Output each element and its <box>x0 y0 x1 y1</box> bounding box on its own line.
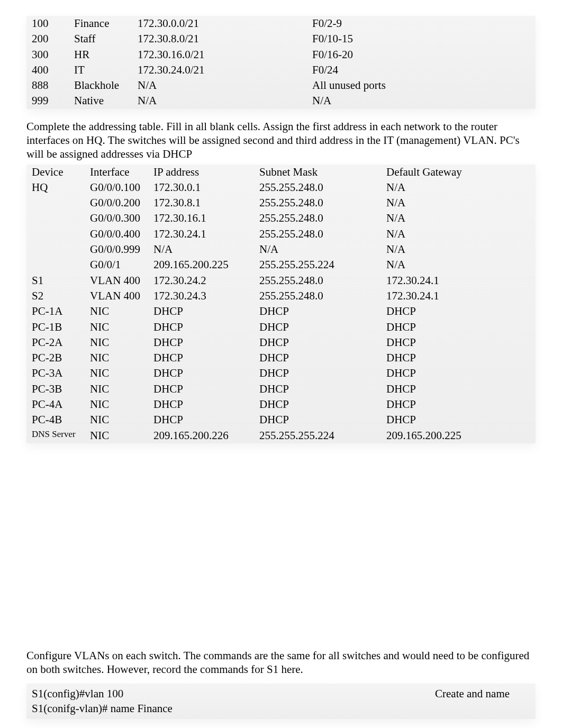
cell-device: PC-2A <box>32 335 90 350</box>
addressing-instructions: Complete the addressing table. Fill in a… <box>26 120 536 161</box>
vlan-ports: All unused ports <box>312 78 530 93</box>
cell-device: PC-1B <box>32 320 90 334</box>
vlan-name: Finance <box>74 16 138 31</box>
cell-ip: DHCP <box>153 382 259 396</box>
vlan-network: 172.30.8.0/21 <box>138 32 312 46</box>
cell-device: S2 <box>32 289 90 303</box>
cell-mask: N/A <box>259 242 386 257</box>
table-row: G0/0/0.200 172.30.8.1 255.255.248.0 N/A <box>26 195 536 211</box>
vlan-network: 172.30.24.0/21 <box>138 63 312 77</box>
cell-mask: 255.255.248.0 <box>259 196 386 210</box>
table-row: 100 Finance 172.30.0.0/21 F0/2-9 <box>26 16 536 31</box>
cell-gateway: 172.30.24.1 <box>386 274 530 288</box>
cell-ip: 172.30.24.1 <box>153 227 259 241</box>
command-row: S1(conifg-vlan)# name Finance <box>32 702 530 716</box>
cell-interface: G0/0/1 <box>90 258 153 272</box>
cell-interface: NIC <box>90 320 153 334</box>
table-row: 999 Native N/A N/A <box>26 93 536 108</box>
vlan-id: 300 <box>32 48 74 62</box>
cell-mask: DHCP <box>259 335 386 350</box>
cell-gateway: N/A <box>386 258 530 272</box>
cell-mask: DHCP <box>259 413 386 427</box>
vlan-name: Native <box>74 94 138 108</box>
cell-mask: DHCP <box>259 304 386 319</box>
cell-mask: DHCP <box>259 366 386 380</box>
vlan-network: N/A <box>138 78 312 93</box>
vlan-network: 172.30.16.0/21 <box>138 48 312 62</box>
table-row: S2 VLAN 400 172.30.24.3 255.255.248.0 17… <box>26 288 536 304</box>
cell-device: PC-3A <box>32 366 90 380</box>
cell-interface: NIC <box>90 397 153 412</box>
vlan-name: Staff <box>74 32 138 46</box>
cell-device: PC-2B <box>32 351 90 365</box>
vlan-config-instructions: Configure VLANs on each switch. The comm… <box>26 649 536 677</box>
cell-gateway: N/A <box>386 211 530 225</box>
vlan-id: 999 <box>32 94 74 108</box>
table-header-row: Device Interface IP address Subnet Mask … <box>26 165 536 180</box>
command-row: S1(config)#vlan 100 Create and name <box>32 687 530 701</box>
vlan-ports: F0/16-20 <box>312 48 530 62</box>
command-note: Create and name <box>435 687 530 701</box>
cell-mask: 255.255.248.0 <box>259 289 386 303</box>
addressing-table: Device Interface IP address Subnet Mask … <box>26 165 536 443</box>
table-row: PC-3B NIC DHCP DHCP DHCP <box>26 381 536 397</box>
cell-device: PC-3B <box>32 382 90 396</box>
vlan-ports: F0/24 <box>312 63 530 77</box>
cell-interface: G0/0/0.999 <box>90 242 153 257</box>
header-ip: IP address <box>153 165 259 179</box>
blank-space <box>26 454 536 639</box>
cell-device: S1 <box>32 274 90 288</box>
header-interface: Interface <box>90 165 153 179</box>
cell-ip: DHCP <box>153 366 259 380</box>
cell-ip: DHCP <box>153 413 259 427</box>
cell-ip: DHCP <box>153 351 259 365</box>
vlan-id: 100 <box>32 16 74 31</box>
vlan-ports: F0/2-9 <box>312 16 530 31</box>
cell-gateway: DHCP <box>386 366 530 380</box>
cell-interface: NIC <box>90 382 153 396</box>
cell-interface: G0/0/0.300 <box>90 211 153 225</box>
cell-mask: DHCP <box>259 382 386 396</box>
table-row: PC-1B NIC DHCP DHCP DHCP <box>26 320 536 335</box>
cell-ip: 172.30.16.1 <box>153 211 259 225</box>
cell-gateway: N/A <box>386 242 530 257</box>
cell-ip: 172.30.24.2 <box>153 274 259 288</box>
cell-device <box>32 242 90 257</box>
vlan-table: 100 Finance 172.30.0.0/21 F0/2-9 200 Sta… <box>26 16 536 109</box>
cell-ip: DHCP <box>153 320 259 334</box>
cell-gateway: 209.165.200.225 <box>386 429 530 443</box>
command-text: S1(config)#vlan 100 <box>32 687 435 701</box>
table-row: 400 IT 172.30.24.0/21 F0/24 <box>26 62 536 78</box>
command-block: S1(config)#vlan 100 Create and name S1(c… <box>26 684 536 719</box>
table-row: PC-3A NIC DHCP DHCP DHCP <box>26 366 536 381</box>
cell-device: PC-4A <box>32 397 90 412</box>
table-row: 300 HR 172.30.16.0/21 F0/16-20 <box>26 47 536 62</box>
cell-mask: 255.255.255.224 <box>259 429 386 443</box>
cell-device: PC-1A <box>32 304 90 319</box>
cell-gateway: N/A <box>386 227 530 241</box>
cell-mask: DHCP <box>259 351 386 365</box>
table-row: HQ G0/0/0.100 172.30.0.1 255.255.248.0 N… <box>26 180 536 195</box>
cell-ip: 209.165.200.226 <box>153 429 259 443</box>
table-row: PC-4B NIC DHCP DHCP DHCP <box>26 412 536 427</box>
cell-ip: 172.30.0.1 <box>153 180 259 195</box>
cell-ip: DHCP <box>153 397 259 412</box>
cell-device <box>32 227 90 241</box>
cell-interface: G0/0/0.400 <box>90 227 153 241</box>
cell-ip: DHCP <box>153 304 259 319</box>
cell-mask: DHCP <box>259 397 386 412</box>
cell-ip: N/A <box>153 242 259 257</box>
vlan-ports: N/A <box>312 94 530 108</box>
command-note-empty <box>435 702 530 716</box>
cell-device: HQ <box>32 180 90 195</box>
table-row: PC-4A NIC DHCP DHCP DHCP <box>26 397 536 412</box>
table-row: DNS Server NIC 209.165.200.226 255.255.2… <box>26 428 536 443</box>
cell-mask: 255.255.255.224 <box>259 258 386 272</box>
cell-device <box>32 196 90 210</box>
cell-mask: 255.255.248.0 <box>259 180 386 195</box>
cell-gateway: N/A <box>386 180 530 195</box>
cell-interface: NIC <box>90 429 153 443</box>
cell-mask: 255.255.248.0 <box>259 274 386 288</box>
header-mask: Subnet Mask <box>259 165 386 179</box>
cell-device: DNS Server <box>32 429 90 443</box>
